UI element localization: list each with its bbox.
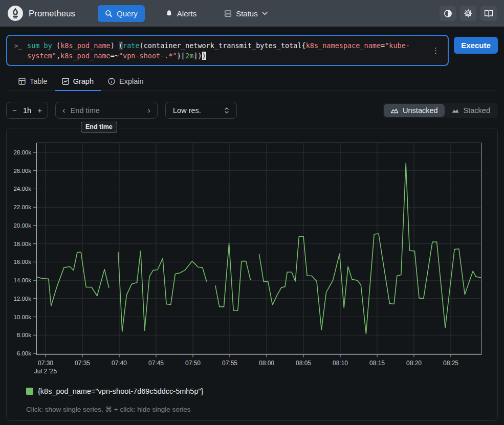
resolution-select[interactable]: Low res. bbox=[165, 102, 237, 119]
kebab-menu-icon[interactable]: ⋮ bbox=[428, 46, 444, 55]
query-token: } bbox=[177, 52, 181, 60]
result-tabs: Table Graph Explain bbox=[6, 74, 498, 91]
end-time-picker[interactable]: ‹ End time › bbox=[55, 102, 158, 119]
query-token: "kube- bbox=[385, 41, 410, 50]
top-navbar: Prometheus Query Alerts Status bbox=[0, 0, 504, 27]
query-token: sum bbox=[27, 41, 39, 50]
contrast-icon bbox=[444, 9, 452, 18]
query-token: ( bbox=[52, 41, 60, 50]
plot-frame bbox=[37, 143, 481, 355]
query-token: k8s_pod_name bbox=[60, 41, 111, 50]
legend-hint: Click: show single series, ⌘ + click: hi… bbox=[26, 405, 191, 413]
stacked-button[interactable]: Stacked bbox=[445, 104, 497, 117]
query-token: "vpn-shoot-.*" bbox=[119, 52, 177, 60]
query-token: ) bbox=[202, 52, 206, 60]
range-stepper: − 1h + bbox=[6, 102, 48, 119]
bell-icon bbox=[165, 10, 173, 17]
tab-graph[interactable]: Graph bbox=[55, 74, 101, 91]
theme-toggle-button[interactable] bbox=[440, 6, 456, 21]
nav-item-query[interactable]: Query bbox=[98, 5, 145, 22]
tab-explain[interactable]: Explain bbox=[101, 74, 151, 91]
nav-label-alerts: Alerts bbox=[177, 9, 196, 18]
select-chevrons-icon bbox=[224, 107, 229, 114]
query-code-line: system",k8s_pod_name=~"vpn-shoot-.*"}[2m… bbox=[27, 51, 428, 61]
navbar-actions bbox=[440, 6, 497, 21]
execute-button[interactable]: Execute bbox=[454, 37, 498, 54]
x-axis-label: 07:40 bbox=[112, 360, 127, 367]
series-line bbox=[215, 243, 250, 310]
gear-icon bbox=[464, 9, 473, 18]
stacked-chart-icon bbox=[451, 107, 459, 114]
y-axis-label: 18.00k bbox=[13, 241, 31, 247]
range-increase-button[interactable]: + bbox=[37, 106, 42, 115]
nav-item-status[interactable]: Status bbox=[217, 5, 275, 22]
stack-icon bbox=[224, 10, 232, 17]
brand[interactable]: Prometheus bbox=[7, 5, 75, 21]
query-token: 2m bbox=[185, 52, 193, 60]
query-token: by bbox=[44, 41, 52, 50]
query-token: container_network_transmit_bytes_total bbox=[144, 41, 302, 50]
legend-series-label: {k8s_pod_name="vpn-shoot-7d69c5ddcc-5mh5… bbox=[38, 387, 203, 395]
x-axis-label: 07:50 bbox=[185, 360, 201, 367]
query-token: = bbox=[381, 41, 385, 50]
y-axis-label: 26.00k bbox=[13, 168, 31, 174]
docs-button[interactable] bbox=[480, 6, 497, 21]
query-code-line: sum by (k8s_pod_name) (rate(container_ne… bbox=[27, 40, 428, 51]
query-token: ( bbox=[140, 41, 144, 50]
x-axis-date-label: Jul 2 '25 bbox=[34, 368, 57, 375]
x-axis-label: 07:30 bbox=[38, 360, 53, 367]
tab-table[interactable]: Table bbox=[11, 74, 55, 91]
resolution-value: Low res. bbox=[173, 106, 201, 115]
x-axis-label: 07:35 bbox=[75, 360, 90, 367]
prometheus-app: { "navbar": { "brand": "Prometheus", "it… bbox=[0, 0, 504, 425]
end-time-input[interactable]: End time bbox=[65, 106, 148, 115]
unstacked-label: Unstacked bbox=[403, 106, 438, 115]
query-token: rate bbox=[123, 41, 140, 50]
legend-swatch bbox=[26, 388, 33, 395]
y-axis-label: 10.00k bbox=[13, 314, 31, 320]
search-icon bbox=[105, 10, 113, 17]
info-icon bbox=[108, 78, 115, 85]
query-editor[interactable]: >_ sum by (k8s_pod_name) (rate(container… bbox=[6, 35, 449, 66]
tab-label-explain: Explain bbox=[119, 77, 144, 85]
x-axis-label: 08:05 bbox=[296, 360, 311, 367]
brand-title: Prometheus bbox=[29, 9, 75, 18]
x-axis-label: 08:15 bbox=[369, 360, 385, 367]
end-time-forward-button[interactable]: › bbox=[147, 106, 150, 115]
nav-label-status: Status bbox=[236, 9, 258, 18]
graph-panel: 6.00k8.00k10.00k12.00k14.00k16.00k18.00k… bbox=[6, 128, 498, 421]
query-token: , bbox=[56, 52, 60, 60]
query-token: system" bbox=[27, 52, 56, 60]
y-axis-label: 12.00k bbox=[13, 296, 31, 302]
y-axis-label: 22.00k bbox=[13, 204, 31, 210]
graph-canvas[interactable]: 6.00k8.00k10.00k12.00k14.00k16.00k18.00k… bbox=[36, 143, 481, 355]
query-token: ) bbox=[198, 52, 202, 60]
nav-item-alerts[interactable]: Alerts bbox=[158, 5, 204, 22]
tab-label-table: Table bbox=[30, 77, 48, 85]
stacked-label: Stacked bbox=[464, 106, 490, 115]
range-decrease-button[interactable]: − bbox=[12, 106, 17, 115]
x-axis-label: 08:25 bbox=[443, 360, 458, 367]
unstacked-button[interactable]: Unstacked bbox=[384, 104, 445, 117]
y-axis-label: 6.00k bbox=[17, 350, 31, 356]
x-axis-label: 07:45 bbox=[148, 360, 164, 367]
query-token bbox=[39, 41, 43, 50]
query-row: >_ sum by (k8s_pod_name) (rate(container… bbox=[6, 35, 498, 66]
y-axis-label: 16.00k bbox=[13, 259, 31, 265]
settings-button[interactable] bbox=[460, 6, 476, 21]
y-axis-label: 14.00k bbox=[13, 277, 31, 283]
query-token: =~ bbox=[111, 52, 119, 60]
legend-item[interactable]: {k8s_pod_name="vpn-shoot-7d69c5ddcc-5mh5… bbox=[26, 387, 203, 395]
range-value[interactable]: 1h bbox=[23, 106, 31, 115]
x-axis-label: 08:00 bbox=[259, 360, 274, 367]
query-expression-input[interactable]: sum by (k8s_pod_name) (rate(container_ne… bbox=[27, 40, 428, 61]
stacking-toggle: Unstacked Stacked bbox=[383, 103, 498, 118]
query-token: ( bbox=[119, 41, 123, 50]
x-axis-label: 07:55 bbox=[222, 360, 237, 367]
unstacked-chart-icon bbox=[390, 107, 399, 114]
graph-icon bbox=[62, 78, 69, 85]
nav-label-query: Query bbox=[117, 9, 138, 18]
y-axis-label: 24.00k bbox=[13, 186, 31, 192]
tab-label-graph: Graph bbox=[73, 77, 94, 85]
query-token: k8s_namespace_name bbox=[306, 41, 381, 50]
